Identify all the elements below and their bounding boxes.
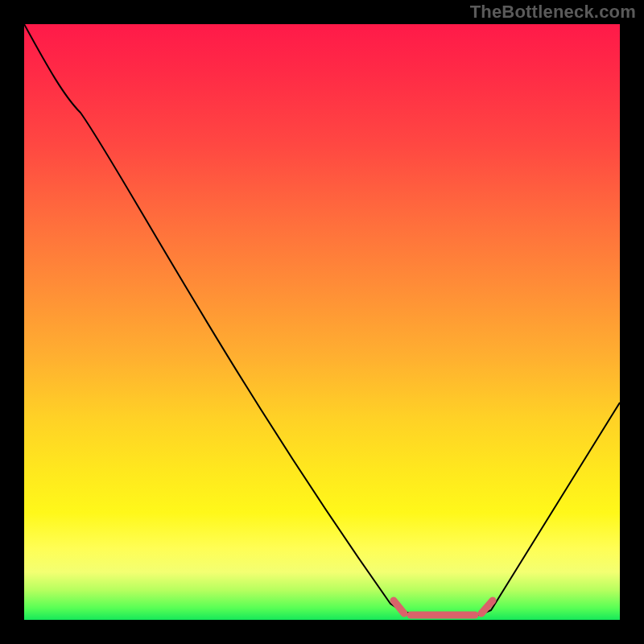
valley-highlight-left [394,601,404,613]
chart-frame: TheBottleneck.com [0,0,644,644]
bottleneck-curve [24,24,620,620]
curve-path [24,24,620,615]
watermark-text: TheBottleneck.com [470,2,636,23]
valley-highlight-right [481,601,493,613]
plot-area [24,24,620,620]
